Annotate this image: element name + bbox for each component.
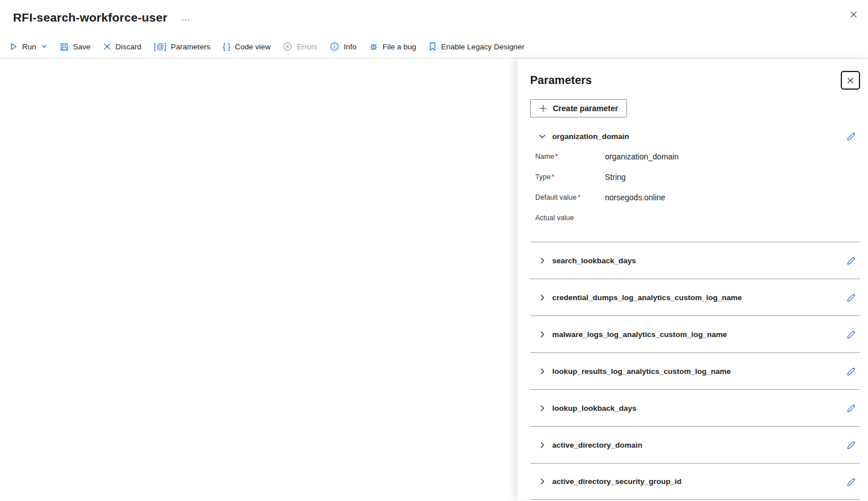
code-view-button[interactable]: { } Code view xyxy=(217,35,277,58)
chevron-right-icon xyxy=(538,477,547,486)
ellipsis-menu-button[interactable]: … xyxy=(179,12,193,23)
bug-icon xyxy=(369,42,378,51)
edit-parameter-button[interactable] xyxy=(845,439,858,451)
parameter-list: organization_domain Name* organization_d… xyxy=(530,130,860,500)
pencil-icon xyxy=(846,366,857,376)
chevron-right-icon xyxy=(538,404,547,412)
designer-toolbar: Run Save Discard [@] Parameters { } Code… xyxy=(0,35,868,58)
bookmark-icon xyxy=(429,42,437,51)
parameters-panel-header: Parameters xyxy=(530,71,860,90)
code-view-icon: { } xyxy=(223,42,230,51)
edit-parameter-button[interactable] xyxy=(845,130,858,142)
field-value-type[interactable]: String xyxy=(605,172,626,182)
required-asterisk: * xyxy=(555,153,558,161)
parameter-row-credential-dumps-log-name[interactable]: credential_dumps_log_analytics_custom_lo… xyxy=(530,279,860,315)
parameters-button[interactable]: [@] Parameters xyxy=(147,35,217,58)
panel-title: Parameters xyxy=(530,74,592,87)
pencil-icon xyxy=(846,131,857,141)
enable-legacy-designer-label: Enable Legacy Designer xyxy=(441,43,524,51)
close-icon xyxy=(846,77,854,85)
parameter-name: search_lookback_days xyxy=(552,256,636,265)
discard-label: Discard xyxy=(116,43,142,51)
field-label: Actual value xyxy=(535,213,605,222)
pencil-icon xyxy=(846,255,857,266)
create-parameter-button[interactable]: Create parameter xyxy=(530,99,627,117)
field-value-name[interactable]: organization_domain xyxy=(605,152,679,161)
field-label: Type* xyxy=(535,172,605,181)
parameter-name: credential_dumps_log_analytics_custom_lo… xyxy=(552,293,742,302)
chevron-right-icon xyxy=(538,330,547,339)
parameter-name: active_directory_security_group_id xyxy=(552,477,681,486)
parameter-name: lookup_results_log_analytics_custom_log_… xyxy=(552,367,731,376)
edit-parameter-button[interactable] xyxy=(845,475,858,488)
field-default-value: Default value* norsegods.online xyxy=(535,193,860,202)
edit-parameter-button[interactable] xyxy=(845,402,858,414)
pencil-icon xyxy=(846,440,857,450)
errors-icon xyxy=(283,42,292,51)
chevron-right-icon xyxy=(538,256,547,265)
parameter-header-organization-domain[interactable]: organization_domain xyxy=(530,130,860,142)
window-close-button[interactable] xyxy=(846,7,860,21)
edit-parameter-button[interactable] xyxy=(845,365,858,377)
parameter-row-malware-logs-log-name[interactable]: malware_logs_log_analytics_custom_log_na… xyxy=(530,315,860,352)
panel-close-button[interactable] xyxy=(841,71,860,90)
parameters-label: Parameters xyxy=(171,43,210,51)
play-icon xyxy=(10,43,18,50)
edit-parameter-button[interactable] xyxy=(845,328,858,340)
save-button[interactable]: Save xyxy=(54,35,97,58)
field-type: Type* String xyxy=(535,172,860,182)
parameter-row-active-directory-security-group-id[interactable]: active_directory_security_group_id xyxy=(530,463,860,500)
file-a-bug-button[interactable]: File a bug xyxy=(363,35,422,58)
errors-button: Errors xyxy=(277,35,324,58)
save-icon xyxy=(60,43,69,51)
parameter-fields: Name* organization_domain Type* String D… xyxy=(530,152,860,238)
edit-parameter-button[interactable] xyxy=(845,254,858,267)
field-label: Name* xyxy=(535,152,605,161)
parameter-name: organization_domain xyxy=(552,132,629,141)
run-label: Run xyxy=(22,43,36,51)
close-icon xyxy=(849,10,858,19)
plus-icon xyxy=(539,104,547,112)
save-label: Save xyxy=(73,43,91,51)
errors-label: Errors xyxy=(297,43,317,51)
discard-button[interactable]: Discard xyxy=(97,35,148,58)
pencil-icon xyxy=(846,477,857,487)
info-label: Info xyxy=(344,43,357,51)
required-asterisk: * xyxy=(552,173,554,181)
info-button[interactable]: Info xyxy=(324,35,363,58)
parameter-name: malware_logs_log_analytics_custom_log_na… xyxy=(552,330,727,339)
pencil-icon xyxy=(846,329,857,339)
parameters-icon: [@] xyxy=(154,42,166,51)
parameter-name: active_directory_domain xyxy=(552,441,642,449)
field-name: Name* organization_domain xyxy=(535,152,860,161)
create-parameter-label: Create parameter xyxy=(553,104,618,113)
discard-icon xyxy=(103,43,111,50)
required-asterisk: * xyxy=(578,193,581,201)
parameter-row-search-lookback-days[interactable]: search_lookback_days xyxy=(530,242,860,279)
field-label: Default value* xyxy=(535,193,605,201)
field-value-default[interactable]: norsegods.online xyxy=(605,193,666,202)
enable-legacy-designer-button[interactable]: Enable Legacy Designer xyxy=(422,35,531,58)
edit-parameter-button[interactable] xyxy=(845,291,858,304)
parameter-row-active-directory-domain[interactable]: active_directory_domain xyxy=(530,426,860,463)
main-area: Parameters Create parameter organizat xyxy=(0,58,868,500)
field-actual-value: Actual value xyxy=(535,213,860,222)
chevron-right-icon xyxy=(538,441,547,449)
chevron-down-icon xyxy=(41,43,48,50)
code-view-label: Code view xyxy=(235,43,270,51)
chevron-down-icon xyxy=(538,132,547,141)
file-a-bug-label: File a bug xyxy=(383,43,416,51)
pencil-icon xyxy=(846,403,857,413)
pencil-icon xyxy=(846,292,857,302)
title-bar: RFI-search-workforce-user … xyxy=(0,0,868,35)
parameters-panel: Parameters Create parameter organizat xyxy=(518,58,868,500)
chevron-right-icon xyxy=(538,367,547,376)
chevron-right-icon xyxy=(538,293,547,302)
parameter-row-lookup-results-log-name[interactable]: lookup_results_log_analytics_custom_log_… xyxy=(530,352,860,389)
run-button[interactable]: Run xyxy=(3,35,54,58)
info-icon xyxy=(330,42,339,51)
parameter-row-lookup-lookback-days[interactable]: lookup_lookback_days xyxy=(530,389,860,426)
parameter-name: lookup_lookback_days xyxy=(552,404,637,412)
page-title: RFI-search-workforce-user xyxy=(13,11,167,24)
parameter-section-organization-domain: organization_domain Name* organization_d… xyxy=(530,130,860,242)
